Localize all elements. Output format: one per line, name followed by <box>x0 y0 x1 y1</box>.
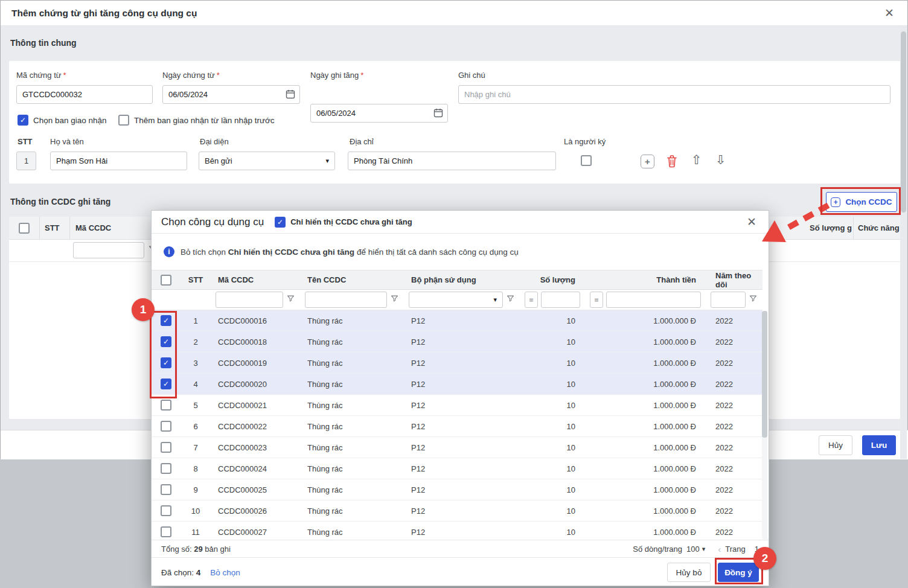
cell-name: Thùng rác <box>300 401 404 410</box>
prev-page-icon[interactable]: ‹ <box>718 544 721 554</box>
handover-representative-select[interactable]: Bên gửi ▾ <box>199 152 335 170</box>
total-records: Tổng số: 29 bản ghi <box>161 545 231 554</box>
filter-icon[interactable] <box>749 294 758 305</box>
handover-name-input[interactable] <box>50 152 187 170</box>
increase-date-input[interactable] <box>310 104 448 123</box>
modal-close-icon[interactable]: ✕ <box>747 216 756 228</box>
checkbox-checked-icon[interactable]: ✓ <box>18 115 28 126</box>
dialog-title-bar: Thêm chứng từ ghi tăng công cụ dụng cụ <box>1 1 907 26</box>
ccdc-row[interactable]: 7CCDC000023Thùng rácP12101.000.000 Đ2022 <box>152 437 763 458</box>
note-label: Ghi chú <box>458 71 485 80</box>
filter-icon[interactable] <box>390 294 399 305</box>
row-checkbox-unchecked[interactable] <box>161 442 171 453</box>
ccdc-row[interactable]: 5CCDC000021Thùng rácP12101.000.000 Đ2022 <box>152 395 763 416</box>
cell-code: CCDC000016 <box>211 316 300 325</box>
cell-qty: 10 <box>567 380 585 389</box>
only-unrecorded-checkbox[interactable]: ✓ Chỉ hiển thị CCDC chưa ghi tăng <box>275 217 412 228</box>
cell-year: 2022 <box>706 316 763 325</box>
row-checkbox-unchecked[interactable] <box>161 505 171 516</box>
cell-name: Thùng rác <box>300 464 404 473</box>
note-input[interactable] <box>458 85 890 104</box>
cancel-button[interactable]: Hủy <box>819 435 852 455</box>
modal-title: Chọn công cụ dụng cụ <box>161 216 264 228</box>
info-icon: i <box>164 246 174 257</box>
doc-date-input[interactable] <box>162 85 300 104</box>
move-up-icon[interactable]: ⇧ <box>691 153 702 167</box>
cell-name: Thùng rác <box>300 422 404 431</box>
equals-operator[interactable]: = <box>590 292 603 308</box>
cell-year: 2022 <box>706 528 763 537</box>
col-code: Mã CCDC <box>211 275 300 284</box>
ccdc-row[interactable]: ✓1CCDC000016Thùng rácP12101.000.000 Đ202… <box>152 310 763 331</box>
handover-address-input[interactable] <box>348 152 556 170</box>
close-icon[interactable]: ✕ <box>884 7 894 19</box>
name-filter-input[interactable] <box>305 292 387 308</box>
scrollbar-thumb[interactable] <box>762 311 767 438</box>
select-all-checkbox[interactable] <box>19 223 30 234</box>
info-text: Bỏ tích chọn Chỉ hiển thị CCDC chưa ghi … <box>181 248 519 257</box>
modal-pagination-bar: Tổng số: 29 bản ghi Số dòng/trang 100 ▾ … <box>152 540 769 557</box>
bg-code-filter-input[interactable] <box>73 242 144 258</box>
qty-filter-input[interactable] <box>541 292 580 308</box>
cell-qty: 10 <box>567 443 585 452</box>
row-checkbox-unchecked[interactable] <box>161 421 171 432</box>
ccdc-row[interactable]: ✓3CCDC000019Thùng rácP12101.000.000 Đ202… <box>152 353 763 374</box>
col-dept: Bộ phận sử dụng <box>404 275 520 284</box>
per-page-select[interactable]: 100 ▾ <box>686 545 705 554</box>
cell-amount: 1.000.000 Đ <box>653 380 706 389</box>
cell-dept: P12 <box>404 507 520 516</box>
save-button[interactable]: Lưu <box>862 435 896 455</box>
cell-stt: 5 <box>193 401 197 410</box>
general-info-card: Mã chứng từ* Ngày chứng từ* Ngày ghi tăn… <box>9 61 900 184</box>
modal-cancel-button[interactable]: Hủy bỏ <box>667 563 711 582</box>
ccdc-row[interactable]: 10CCDC000026Thùng rácP12101.000.000 Đ202… <box>152 500 763 522</box>
cell-year: 2022 <box>706 443 763 452</box>
choose-handover-checkbox[interactable]: ✓ Chọn ban giao nhận <box>18 115 107 126</box>
checkbox-checked-icon[interactable]: ✓ <box>275 217 286 228</box>
cell-name: Thùng rác <box>300 337 404 347</box>
cell-name: Thùng rác <box>300 359 404 368</box>
add-row-icon[interactable]: + <box>641 155 654 168</box>
cell-stt: 10 <box>191 507 200 516</box>
code-filter-input[interactable] <box>216 292 283 308</box>
ccdc-row[interactable]: ✓4CCDC000020Thùng rácP12101.000.000 Đ202… <box>152 374 763 395</box>
bg-col-code: Mã CCDC <box>75 223 111 232</box>
row-checkbox-unchecked[interactable] <box>161 526 171 537</box>
ccdc-row[interactable]: 8CCDC000024Thùng rácP12101.000.000 Đ2022 <box>152 458 763 479</box>
cell-code: CCDC000024 <box>211 464 300 473</box>
equals-operator[interactable]: = <box>525 292 538 308</box>
doc-code-input[interactable] <box>16 85 153 104</box>
ccdc-row[interactable]: 11CCDC000027Thùng rácP12101.000.000 Đ202… <box>152 522 763 540</box>
main-scrollbar[interactable] <box>900 27 907 459</box>
calendar-icon[interactable] <box>286 89 295 101</box>
amount-filter-input[interactable] <box>606 292 701 308</box>
modal-scrollbar[interactable] <box>762 311 767 539</box>
delete-row-icon[interactable] <box>665 154 679 168</box>
move-down-icon[interactable]: ⇩ <box>715 153 726 167</box>
dept-filter-select[interactable]: ▾ <box>409 292 503 308</box>
signer-checkbox[interactable] <box>581 155 592 166</box>
ccdc-row[interactable]: ✓2CCDC000018Thùng rácP12101.000.000 Đ202… <box>152 331 763 353</box>
row-checkbox-unchecked[interactable] <box>161 400 171 411</box>
filter-icon[interactable] <box>506 294 515 305</box>
cell-code: CCDC000019 <box>211 359 300 368</box>
row-checkbox-unchecked[interactable] <box>161 463 171 474</box>
cell-year: 2022 <box>706 507 763 516</box>
checkbox-unchecked-icon[interactable] <box>118 115 129 126</box>
selected-count: Đã chọn: 4 <box>161 568 200 577</box>
bg-col-actions: Chức năng <box>858 223 900 232</box>
year-filter-input[interactable] <box>711 292 746 308</box>
modal-select-all-checkbox[interactable] <box>161 275 171 286</box>
clear-selection-link[interactable]: Bỏ chọn <box>210 568 240 577</box>
modal-action-bar: Đã chọn: 4 Bỏ chọn Hủy bỏ Đồng ý <box>152 557 769 587</box>
cell-amount: 1.000.000 Đ <box>653 422 706 431</box>
row-checkbox-unchecked[interactable] <box>161 484 171 495</box>
ccdc-row[interactable]: 6CCDC000022Thùng rácP12101.000.000 Đ2022 <box>152 416 763 437</box>
cell-amount: 1.000.000 Đ <box>653 464 706 473</box>
screen: Thêm chứng từ ghi tăng công cụ dụng cụ ✕… <box>0 0 908 588</box>
calendar-icon[interactable] <box>433 108 443 120</box>
ccdc-row[interactable]: 9CCDC000025Thùng rácP12101.000.000 Đ2022 <box>152 479 763 500</box>
filter-icon[interactable] <box>286 294 295 305</box>
add-from-last-checkbox[interactable]: Thêm ban giao nhận từ lần nhập trước <box>118 115 275 126</box>
scrollbar-thumb[interactable] <box>901 31 906 213</box>
